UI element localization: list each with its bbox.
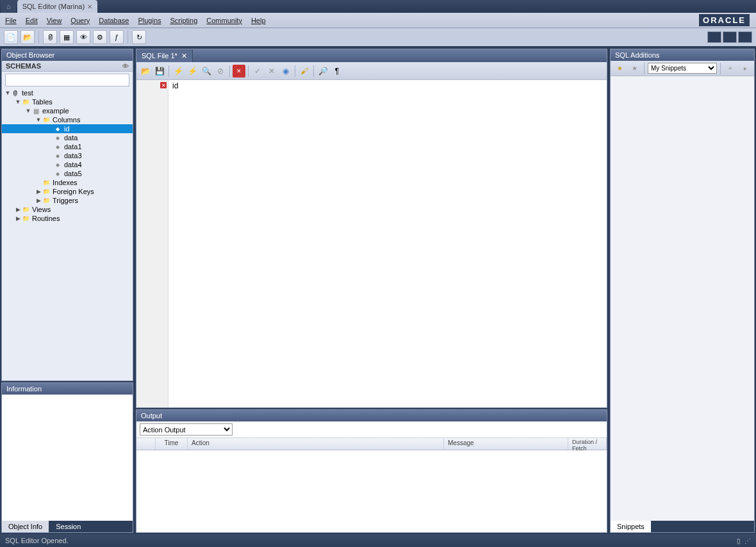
invisible-chars-button[interactable]: ¶ bbox=[331, 65, 343, 78]
code-area[interactable]: id bbox=[168, 80, 607, 407]
resize-grip-icon[interactable]: ⋰ bbox=[744, 537, 751, 544]
snippets-select[interactable]: My Snippets bbox=[648, 63, 717, 74]
menu-community[interactable]: Community bbox=[206, 17, 242, 24]
execute-button[interactable]: ⚡ bbox=[172, 65, 185, 78]
layout-buttons bbox=[707, 31, 752, 43]
rollback-button[interactable]: ✕ bbox=[265, 65, 278, 78]
folder-icon bbox=[42, 197, 51, 204]
open-file-button[interactable]: 📂 bbox=[139, 65, 152, 78]
jump-to-button[interactable]: ★ bbox=[613, 62, 626, 75]
toggle-autocommit-button[interactable]: ✕ bbox=[233, 65, 245, 78]
refresh-icon[interactable]: 👁 bbox=[122, 63, 129, 70]
expand-toggle[interactable]: ▶ bbox=[35, 197, 42, 204]
new-routine-button[interactable]: ⚙ bbox=[93, 30, 107, 44]
editor-tab[interactable]: SQL Editor (Marina) ✕ bbox=[17, 0, 97, 13]
column-label: data bbox=[64, 134, 78, 142]
expand-toggle[interactable]: ▼ bbox=[15, 99, 21, 105]
menu-help[interactable]: Help bbox=[251, 17, 266, 24]
menu-plugins[interactable]: Plugins bbox=[138, 17, 161, 24]
schema-search-input[interactable] bbox=[5, 74, 129, 86]
layout-right-button[interactable] bbox=[738, 31, 752, 43]
expand-toggle[interactable]: ▼ bbox=[25, 108, 31, 114]
add-schema-button[interactable]: 🛢 bbox=[43, 30, 57, 44]
explain-button[interactable]: 🔍 bbox=[200, 65, 213, 78]
new-function-button[interactable]: ƒ bbox=[110, 30, 124, 44]
menu-scripting[interactable]: Scripting bbox=[170, 17, 198, 24]
insert-button[interactable]: ★ bbox=[628, 62, 641, 75]
expand-toggle[interactable]: ▼ bbox=[4, 90, 11, 96]
tree-routines[interactable]: ▶ Routines bbox=[2, 214, 133, 223]
close-icon[interactable]: ✕ bbox=[87, 3, 92, 10]
reconnect-button[interactable]: ↻ bbox=[132, 30, 146, 44]
menu-view[interactable]: View bbox=[47, 17, 62, 24]
column-icon bbox=[53, 134, 62, 142]
save-button[interactable]: 💾 bbox=[153, 65, 166, 78]
menu-file[interactable]: File bbox=[5, 17, 17, 24]
file-tab[interactable]: SQL File 1* ✕ bbox=[136, 49, 193, 62]
separator bbox=[127, 31, 128, 44]
new-sql-tab-button[interactable]: 📄 bbox=[4, 30, 18, 44]
code-editor[interactable]: 1 ✕ id bbox=[136, 80, 607, 407]
tree-views[interactable]: ▶ Views bbox=[2, 205, 133, 214]
add-snippet-button[interactable]: + bbox=[724, 62, 737, 75]
tree-db[interactable]: ▼ test bbox=[2, 88, 133, 97]
menu-edit[interactable]: Edit bbox=[26, 17, 38, 24]
expand-toggle[interactable]: ▼ bbox=[35, 117, 42, 123]
triggers-label: Triggers bbox=[53, 197, 78, 204]
tree-column-data4[interactable]: data4 bbox=[2, 160, 133, 169]
stop-button[interactable]: ⊘ bbox=[214, 65, 227, 78]
menu-query[interactable]: Query bbox=[70, 17, 90, 24]
layout-left-button[interactable] bbox=[707, 31, 721, 43]
tree-tables[interactable]: ▼ Tables bbox=[2, 97, 133, 106]
new-table-button[interactable]: ▦ bbox=[60, 30, 74, 44]
output-title: Output bbox=[136, 410, 607, 421]
expand-toggle[interactable]: ▶ bbox=[15, 206, 21, 213]
tree-foreign-keys[interactable]: ▶ Foreign Keys bbox=[2, 187, 133, 196]
expand-toggle[interactable] bbox=[35, 179, 42, 186]
file-tabs: SQL File 1* ✕ bbox=[136, 49, 607, 62]
tree-table-example[interactable]: ▼ example bbox=[2, 106, 133, 115]
status-message: SQL Editor Opened. bbox=[5, 537, 69, 544]
menu-database[interactable]: Database bbox=[99, 17, 129, 24]
collapse-button[interactable]: ▸ bbox=[739, 62, 752, 75]
schemas-header: SCHEMAS 👁 bbox=[2, 61, 133, 72]
close-icon[interactable]: ✕ bbox=[181, 52, 187, 60]
tab-object-info[interactable]: Object Info bbox=[2, 521, 49, 532]
tree-triggers[interactable]: ▶ Triggers bbox=[2, 196, 133, 205]
tab-session[interactable]: Session bbox=[49, 521, 88, 532]
new-view-button[interactable]: 👁 bbox=[76, 30, 90, 44]
separator bbox=[38, 31, 39, 44]
tree-column-data3[interactable]: data3 bbox=[2, 151, 133, 160]
sql-additions-title: SQL Additions bbox=[611, 49, 754, 61]
status-indicator-icon: ▯ bbox=[737, 537, 741, 544]
home-tab[interactable]: ⌂ bbox=[1, 0, 16, 13]
db-label: test bbox=[22, 89, 33, 97]
tree-columns[interactable]: ▼ Columns bbox=[2, 115, 133, 124]
folder-icon bbox=[42, 188, 51, 195]
editor-panel: SQL File 1* ✕ 📂 💾 ⚡ ⚡ 🔍 ⊘ ✕ ✓ ✕ ◉ 🖌 bbox=[136, 49, 607, 408]
tree-column-id[interactable]: id bbox=[2, 124, 133, 133]
header-time: Time bbox=[156, 438, 188, 450]
execute-current-button[interactable]: ⚡ bbox=[186, 65, 199, 78]
tab-snippets[interactable]: Snippets bbox=[611, 521, 651, 532]
tree-indexes[interactable]: Indexes bbox=[2, 178, 133, 187]
column-icon bbox=[53, 170, 62, 177]
expand-toggle[interactable]: ▶ bbox=[35, 188, 42, 195]
open-sql-button[interactable]: 📂 bbox=[21, 30, 35, 44]
output-type-select[interactable]: Action Output bbox=[140, 423, 233, 436]
column-icon bbox=[53, 161, 62, 168]
column-icon bbox=[53, 143, 62, 151]
find-button[interactable]: 🔎 bbox=[316, 65, 329, 78]
layout-bottom-button[interactable] bbox=[723, 31, 737, 43]
column-label: data4 bbox=[64, 161, 82, 168]
expand-toggle[interactable]: ▶ bbox=[15, 215, 21, 222]
tree-column-data5[interactable]: data5 bbox=[2, 169, 133, 178]
tree-column-data[interactable]: data bbox=[2, 133, 133, 142]
commit-button[interactable]: ✓ bbox=[251, 65, 264, 78]
tree-column-data1[interactable]: data1 bbox=[2, 142, 133, 151]
beautify-button[interactable]: 🖌 bbox=[298, 65, 311, 78]
columns-label: Columns bbox=[53, 116, 80, 124]
left-column: Object Browser SCHEMAS 👁 ▼ test ▼ Tables bbox=[1, 49, 133, 533]
information-panel: Information Object Info Session bbox=[1, 382, 133, 533]
toggle-button[interactable]: ◉ bbox=[279, 65, 292, 78]
